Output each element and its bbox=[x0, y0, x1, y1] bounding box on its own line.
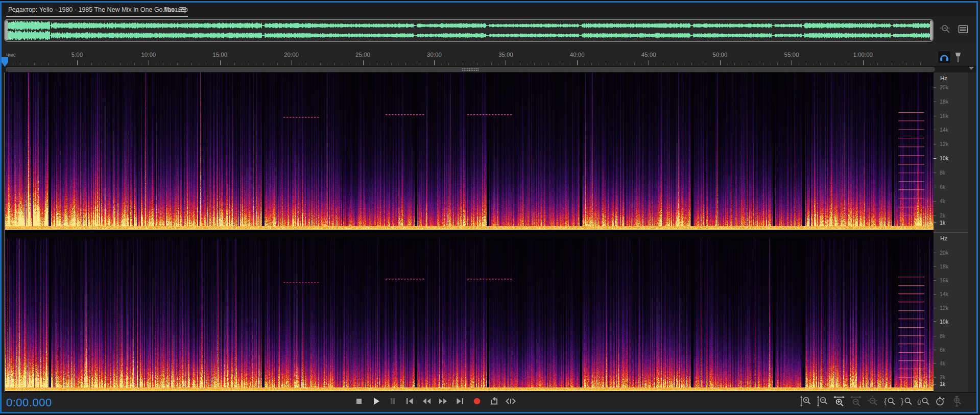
timeline-tick bbox=[906, 63, 906, 65]
timeline-tick bbox=[292, 60, 292, 65]
timeline-subtick bbox=[56, 64, 56, 65]
timeline-subtick bbox=[170, 64, 171, 65]
tab-editor[interactable]: Редактор: Yello - 1980 - 1985 The New Mi… bbox=[6, 3, 188, 17]
overview-waveform-canvas[interactable] bbox=[5, 20, 933, 41]
zoom-to-in-point-button[interactable]: { bbox=[883, 395, 896, 407]
playhead-marker[interactable] bbox=[2, 57, 8, 67]
timeline-subtick bbox=[899, 64, 899, 65]
zoom-in-vertical-button[interactable] bbox=[799, 395, 811, 407]
freq-label: 16k bbox=[940, 277, 948, 283]
play-button[interactable] bbox=[370, 395, 382, 407]
timeline-label: 15:00 bbox=[212, 52, 227, 58]
timeline-subtick bbox=[513, 64, 513, 65]
frequency-scale-left[interactable]: Hz20k18k16k14k12k10k8k6k4k2k1k bbox=[934, 72, 968, 232]
timeline-tick bbox=[663, 63, 663, 65]
skip-to-end-button[interactable] bbox=[454, 395, 466, 407]
timeline-tick bbox=[763, 63, 763, 65]
freq-label: 18k bbox=[940, 263, 948, 270]
spectral-display[interactable] bbox=[5, 72, 934, 392]
horizontal-scrollbar[interactable] bbox=[6, 67, 935, 72]
skip-to-start-button[interactable] bbox=[403, 395, 416, 407]
scrollbar-grip-icon[interactable] bbox=[462, 68, 479, 71]
timeline-tick bbox=[634, 63, 635, 65]
zoom-to-selection-button[interactable]: {} bbox=[917, 395, 929, 407]
freq-label: 4k bbox=[940, 198, 945, 204]
zoom-to-out-point-button[interactable]: } bbox=[900, 395, 913, 407]
vertical-scrollbar[interactable] bbox=[968, 72, 976, 392]
timeline-tick bbox=[334, 63, 335, 65]
loop-playback-button[interactable] bbox=[488, 395, 500, 407]
zoom-in-horizontal-button[interactable] bbox=[833, 395, 845, 407]
headphones-monitor-button[interactable] bbox=[938, 51, 951, 64]
freq-label: 6k bbox=[940, 184, 945, 190]
rewind-button[interactable] bbox=[420, 395, 433, 407]
skip-selection-button[interactable] bbox=[505, 395, 517, 407]
tab-mixer[interactable]: Микшер bbox=[164, 3, 188, 17]
timeline-tick bbox=[577, 60, 578, 65]
timeline-tick bbox=[591, 63, 592, 65]
zoom-out-vertical-button[interactable] bbox=[816, 395, 828, 407]
pin-tool-button[interactable] bbox=[952, 51, 964, 64]
zoom-out-horizontal-button[interactable] bbox=[850, 395, 862, 407]
timeline-subtick bbox=[398, 64, 399, 65]
zoom-reset-vertical-button[interactable] bbox=[951, 395, 963, 407]
panel-menu-button[interactable] bbox=[957, 23, 969, 35]
timeline-tick bbox=[134, 63, 135, 65]
range-right-handle[interactable] bbox=[930, 20, 933, 40]
timeline-subtick bbox=[370, 64, 370, 65]
frequency-scale-right[interactable]: Hz20k18k16k14k12k10k8k6k4k2k1k bbox=[934, 233, 968, 392]
timeline-tick bbox=[192, 63, 192, 65]
timeline-tick bbox=[77, 60, 78, 65]
pause-button[interactable] bbox=[387, 395, 399, 407]
spectrogram-channel-right[interactable] bbox=[5, 238, 934, 391]
timeline-tick bbox=[63, 63, 63, 65]
fast-forward-button[interactable] bbox=[437, 395, 449, 407]
timeline-tick bbox=[434, 60, 435, 65]
timeline-subtick bbox=[527, 64, 528, 65]
timeline-tick bbox=[792, 60, 792, 65]
timeline-subtick bbox=[41, 64, 42, 65]
timeline-tick bbox=[463, 63, 463, 65]
timeline-tick bbox=[749, 63, 749, 65]
time-display[interactable]: 0:00.000 bbox=[6, 396, 52, 409]
freq-tick bbox=[934, 130, 936, 130]
timeline-subtick bbox=[199, 64, 199, 65]
record-button[interactable] bbox=[471, 395, 483, 407]
timeline-label: 1:00:00 bbox=[853, 52, 873, 58]
timeline-tick bbox=[477, 63, 477, 65]
timeline-subtick bbox=[541, 64, 542, 65]
freq-tick bbox=[934, 215, 936, 216]
scroll-arrow-down-icon[interactable] bbox=[969, 67, 974, 70]
playhead-line bbox=[5, 72, 5, 392]
timeline-tick bbox=[606, 63, 606, 65]
freq-tick bbox=[934, 187, 936, 187]
timeline-tick bbox=[649, 60, 649, 65]
timeline-subtick bbox=[313, 64, 314, 65]
timeline-subtick bbox=[885, 64, 885, 65]
freq-label: 6k bbox=[940, 347, 945, 353]
zoom-timed-button[interactable] bbox=[934, 395, 946, 407]
timeline-ruler[interactable]: чмс 5:0010:0015:0020:0025:0030:0035:0040… bbox=[2, 43, 977, 66]
timeline-tick bbox=[234, 63, 235, 65]
range-left-handle[interactable] bbox=[5, 20, 8, 40]
timeline-label: 40:00 bbox=[570, 52, 585, 58]
timeline-tick bbox=[49, 63, 49, 65]
timeline-subtick bbox=[813, 64, 814, 65]
freq-label: 20k bbox=[940, 84, 948, 90]
timeline-subtick bbox=[570, 64, 570, 65]
timeline-tick bbox=[20, 63, 20, 65]
stop-button[interactable] bbox=[353, 395, 365, 407]
spectrogram-channel-left[interactable] bbox=[5, 72, 934, 230]
freq-label: 10k bbox=[940, 319, 948, 325]
zoom-out-full-button[interactable] bbox=[867, 395, 879, 407]
timeline-tick bbox=[120, 63, 121, 65]
svg-text:{}: {} bbox=[917, 399, 921, 405]
freq-label: 8k bbox=[940, 169, 945, 176]
navigate-zoom-out-button[interactable] bbox=[939, 23, 951, 35]
freq-label: 10k bbox=[940, 155, 948, 161]
timeline-tick bbox=[806, 63, 806, 65]
overview-range-selector[interactable] bbox=[4, 19, 934, 42]
svg-text:{: { bbox=[884, 397, 887, 405]
timeline-subtick bbox=[242, 64, 242, 65]
freq-tick bbox=[934, 266, 936, 267]
